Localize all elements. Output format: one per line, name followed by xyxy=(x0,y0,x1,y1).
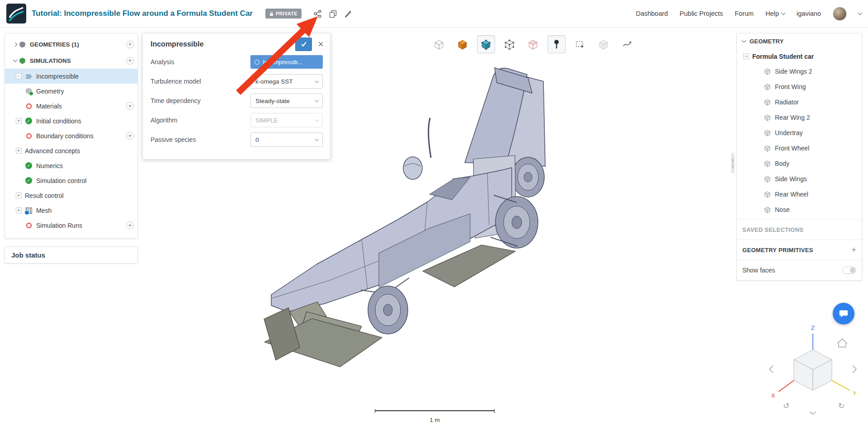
time-dependency-select[interactable]: Steady-state xyxy=(250,94,323,108)
box-select-button[interactable] xyxy=(571,35,589,53)
saved-selections-header[interactable]: SAVED SELECTIONS xyxy=(737,221,862,238)
tree-item-initial-conditions[interactable]: + Initial conditions xyxy=(5,113,137,128)
collapse-widget-chevron-icon[interactable] xyxy=(810,412,816,414)
turbulence-model-select[interactable]: k-omega SST xyxy=(250,74,323,89)
hidden-parts-icon xyxy=(598,39,609,50)
share-button[interactable] xyxy=(313,9,322,18)
tree-item-result-control[interactable]: + Result control xyxy=(5,188,137,203)
tree-item-advanced-concepts[interactable]: + Advanced concepts xyxy=(5,143,137,158)
simscale-logo[interactable] xyxy=(6,4,26,23)
expand-expander[interactable]: + xyxy=(16,192,22,198)
transparent-view-button[interactable] xyxy=(430,35,448,53)
user-menu-caret-icon[interactable] xyxy=(858,11,863,15)
tree-item-geometry[interactable]: Geometry xyxy=(5,84,137,99)
select-vertices-button[interactable] xyxy=(500,35,519,53)
geometry-primitives-header[interactable]: GEOMETRY PRIMITIVES xyxy=(737,242,862,258)
private-badge: PRIVATE xyxy=(265,9,302,19)
add-boundary-condition-button[interactable]: + xyxy=(126,132,134,140)
chevron-down-icon[interactable] xyxy=(13,58,17,62)
tree-item-mesh[interactable]: + Mesh xyxy=(5,203,137,218)
incomplete-ring-icon xyxy=(26,103,32,109)
user-avatar[interactable] xyxy=(833,7,847,21)
rotate-right-chevron-icon[interactable] xyxy=(853,366,856,373)
solid-view-button[interactable] xyxy=(453,35,472,53)
part-item-body[interactable]: Body xyxy=(737,156,862,171)
close-dialog-button[interactable] xyxy=(318,40,324,49)
part-item-radiator[interactable]: Radiator xyxy=(737,94,862,110)
add-geometry-primitive-button[interactable] xyxy=(851,246,856,253)
nav-username: igaviano xyxy=(797,10,821,17)
tree-item-simulation-runs[interactable]: Simulation Runs + xyxy=(5,218,137,233)
tree-section-geometries[interactable]: GEOMETRIES (1) + xyxy=(5,36,137,52)
job-status-panel[interactable]: Job status xyxy=(5,246,138,263)
select-volumes-button[interactable] xyxy=(477,35,495,53)
part-item-side-wings-2[interactable]: Side Wings 2 xyxy=(737,64,862,79)
spline-tool-button[interactable] xyxy=(618,35,636,53)
geometry-root-item[interactable]: − Formula Student car xyxy=(737,49,862,64)
tree-item-boundary-conditions[interactable]: Boundary conditions + xyxy=(5,128,137,143)
caret-down-icon xyxy=(315,99,318,102)
part-cube-icon xyxy=(764,114,771,121)
part-item-rear-wing-2[interactable]: Rear Wing 2 xyxy=(737,110,862,125)
field-label-algorithm: Algorithm xyxy=(151,117,177,124)
field-label-passive-species: Passive species xyxy=(151,136,196,143)
show-faces-toggle[interactable] xyxy=(842,267,856,274)
car-rear-right-wheel xyxy=(512,157,544,197)
expand-expander[interactable]: + xyxy=(16,118,22,124)
simulations-icon xyxy=(19,57,26,64)
add-simulation-button[interactable]: + xyxy=(126,57,134,65)
panel-collapse-handle[interactable] xyxy=(731,153,735,174)
add-material-button[interactable]: + xyxy=(126,102,134,110)
app-header: Tutorial: Incompressible Flow around a F… xyxy=(0,0,868,28)
tree-item-numerics[interactable]: Numerics xyxy=(5,158,137,173)
home-view-button[interactable] xyxy=(837,339,847,347)
hidden-parts-button[interactable] xyxy=(594,35,613,53)
check-icon xyxy=(25,117,32,124)
expand-expander[interactable]: + xyxy=(16,148,22,154)
nav-public-projects[interactable]: Public Projects xyxy=(679,10,723,17)
rotate-ccw-icon[interactable]: ↺ xyxy=(783,402,789,410)
tree-item-simulation-control[interactable]: Simulation control xyxy=(5,173,137,188)
nav-help[interactable]: Help xyxy=(765,10,785,17)
probe-point-button[interactable] xyxy=(547,35,566,53)
analysis-type-icon xyxy=(255,60,259,65)
axis-x-label: X xyxy=(771,392,775,399)
part-item-side-wings[interactable]: Side Wings xyxy=(737,171,862,187)
collapse-expander[interactable]: − xyxy=(16,73,22,79)
field-label-time-dependency: Time dependency xyxy=(151,97,201,104)
rotate-cw-icon[interactable]: ↻ xyxy=(838,402,844,410)
part-item-front-wheel[interactable]: Front Wheel xyxy=(737,141,862,156)
tree-section-simulations[interactable]: SIMULATIONS + xyxy=(5,52,137,69)
part-item-rear-wheel[interactable]: Rear Wheel xyxy=(737,187,862,202)
expand-expander[interactable]: + xyxy=(16,207,22,213)
geometry-panel: GEOMETRY − Formula Student car Side Wing… xyxy=(736,33,862,281)
caret-down-icon xyxy=(781,11,786,15)
support-chat-button[interactable] xyxy=(833,303,854,324)
scale-bar xyxy=(375,409,495,413)
passive-species-select[interactable]: 0 xyxy=(250,132,323,147)
select-faces-button[interactable] xyxy=(524,35,542,53)
orientation-cube[interactable]: Z X Y ↺ ↻ xyxy=(763,322,867,416)
box-select-icon xyxy=(575,39,585,50)
part-item-front-wing[interactable]: Front Wing xyxy=(737,79,862,94)
copy-icon xyxy=(329,9,337,18)
part-item-nose[interactable]: Nose xyxy=(737,202,862,217)
analysis-type-chip[interactable]: Incompressib... xyxy=(250,55,323,69)
add-simulation-run-button[interactable]: + xyxy=(126,221,134,229)
edit-title-button[interactable] xyxy=(344,9,353,18)
tree-item-materials[interactable]: Materials + xyxy=(5,99,137,113)
rotate-left-chevron-icon[interactable] xyxy=(769,366,773,373)
car-rear-left-wheel xyxy=(495,197,538,248)
apply-button[interactable] xyxy=(295,38,312,51)
dialog-title: Incompressible xyxy=(151,40,203,48)
collapse-expander[interactable]: − xyxy=(743,53,749,59)
geometry-panel-header[interactable]: GEOMETRY xyxy=(737,33,862,49)
tree-item-incompressible[interactable]: − Incompressible xyxy=(5,69,137,84)
select-faces-icon xyxy=(528,39,538,50)
nav-dashboard[interactable]: Dashboard xyxy=(636,10,668,17)
nav-forum[interactable]: Forum xyxy=(735,10,754,17)
add-geometry-button[interactable]: + xyxy=(126,41,134,48)
chevron-right-icon[interactable] xyxy=(13,42,17,47)
copy-project-button[interactable] xyxy=(329,9,337,18)
part-item-undertray[interactable]: Undertray xyxy=(737,125,862,141)
